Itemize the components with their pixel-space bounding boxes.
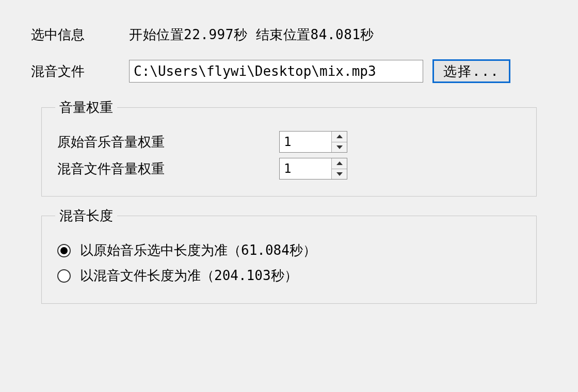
chevron-down-icon — [336, 172, 343, 176]
radio-mix-file-length[interactable] — [57, 269, 71, 283]
mix-volume-spinner[interactable] — [279, 158, 347, 179]
mix-file-label: 混音文件 — [31, 62, 129, 80]
volume-weight-group: 音量权重 原始音乐音量权重 混音文件音量权重 — [41, 99, 537, 197]
chevron-up-icon — [336, 161, 343, 165]
mix-volume-up[interactable] — [332, 158, 347, 169]
selection-info-value: 开始位置22.997秒 结束位置84.081秒 — [129, 26, 547, 44]
mix-volume-down[interactable] — [332, 169, 347, 179]
selection-info-label: 选中信息 — [31, 26, 129, 44]
mix-length-group: 混音长度 以原始音乐选中长度为准（61.084秒） 以混音文件长度为准（204.… — [41, 207, 537, 304]
radio-original-length[interactable] — [57, 244, 71, 257]
mix-length-legend: 混音长度 — [55, 207, 117, 225]
radio-mix-file-length-label[interactable]: 以混音文件长度为准（204.103秒） — [80, 267, 298, 285]
original-volume-up[interactable] — [332, 132, 347, 142]
volume-weight-legend: 音量权重 — [55, 99, 117, 117]
original-volume-label: 原始音乐音量权重 — [57, 133, 279, 151]
chevron-up-icon — [336, 135, 343, 138]
mix-volume-input[interactable] — [280, 158, 331, 179]
mix-file-input[interactable] — [129, 60, 423, 83]
original-volume-down[interactable] — [332, 142, 347, 153]
radio-original-length-label[interactable]: 以原始音乐选中长度为准（61.084秒） — [80, 241, 316, 259]
browse-button[interactable]: 选择... — [432, 59, 510, 83]
mix-volume-label: 混音文件音量权重 — [57, 160, 279, 178]
original-volume-spinner[interactable] — [279, 131, 347, 153]
original-volume-input[interactable] — [280, 132, 331, 152]
chevron-down-icon — [336, 145, 343, 149]
